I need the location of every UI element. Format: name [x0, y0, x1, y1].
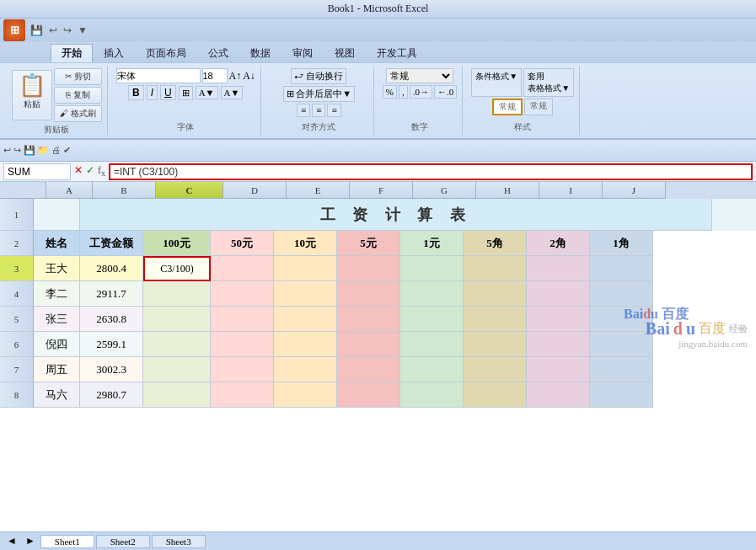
cell-i8[interactable]: [527, 382, 590, 408]
cell-e8[interactable]: [274, 382, 337, 408]
cell-a1[interactable]: [34, 199, 80, 231]
cell-style-normal1[interactable]: 常规: [492, 99, 523, 115]
cancel-formula-icon[interactable]: ✕: [74, 164, 83, 178]
italic-button[interactable]: I: [147, 85, 158, 100]
cell-e4[interactable]: [274, 281, 337, 307]
cell-e6[interactable]: [274, 332, 337, 357]
formula-input[interactable]: [109, 163, 753, 180]
cell-b7[interactable]: 3002.3: [80, 357, 143, 382]
cell-h3[interactable]: [464, 256, 527, 281]
align-center-button[interactable]: ≡: [312, 104, 325, 117]
col-header-e[interactable]: E: [287, 182, 350, 199]
sheet-tab-1[interactable]: Sheet1: [40, 535, 94, 548]
percent-button[interactable]: %: [383, 85, 397, 99]
cell-b3[interactable]: 2800.4: [80, 256, 143, 281]
cell-f6[interactable]: [337, 332, 400, 357]
cell-i2[interactable]: 2角: [527, 231, 590, 256]
sheet-tab-3[interactable]: Sheet3: [152, 535, 206, 548]
cell-d6[interactable]: [211, 332, 274, 357]
col-header-j[interactable]: J: [603, 182, 666, 199]
cell-c4[interactable]: [143, 281, 211, 307]
cell-j4[interactable]: [590, 281, 653, 307]
col-header-a[interactable]: A: [46, 182, 93, 199]
col-header-c[interactable]: C: [156, 182, 223, 199]
cell-f5[interactable]: [337, 307, 400, 332]
cell-j2[interactable]: 1角: [590, 231, 653, 256]
cell-f4[interactable]: [337, 281, 400, 307]
col-header-f[interactable]: F: [350, 182, 413, 199]
number-format-select[interactable]: 常规: [386, 68, 453, 83]
cell-d2[interactable]: 50元: [211, 231, 274, 256]
fill-color-button[interactable]: A▼: [196, 86, 218, 99]
cell-d8[interactable]: [211, 382, 274, 408]
cell-i4[interactable]: [527, 281, 590, 307]
cell-g2[interactable]: 1元: [400, 231, 464, 256]
cell-a8[interactable]: 马六: [34, 382, 80, 408]
format-painter-button[interactable]: 🖌 格式刷: [54, 105, 102, 122]
font-name-input[interactable]: [116, 68, 201, 83]
decrease-decimal-btn[interactable]: ←.0: [434, 85, 457, 99]
col-header-g[interactable]: G: [413, 182, 476, 199]
cell-a3[interactable]: 王大: [34, 256, 80, 281]
confirm-formula-icon[interactable]: ✓: [86, 164, 94, 178]
cell-a7[interactable]: 周五: [34, 357, 80, 382]
align-left-button[interactable]: ≡: [297, 104, 310, 117]
toolbar-item[interactable]: ↩ ↪ 💾 📁 🖨 ✔: [3, 145, 71, 156]
cell-g3[interactable]: [400, 256, 464, 281]
cell-b6[interactable]: 2599.1: [80, 332, 143, 357]
more-qa-btn[interactable]: ▼: [76, 24, 89, 38]
cell-e7[interactable]: [274, 357, 337, 382]
cell-a2[interactable]: 姓名: [34, 231, 80, 256]
paste-button[interactable]: 📋 粘贴: [12, 70, 52, 120]
cell-f2[interactable]: 5元: [337, 231, 400, 256]
cell-j5[interactable]: [590, 307, 653, 332]
cell-i7[interactable]: [527, 357, 590, 382]
tab-review[interactable]: 审阅: [281, 44, 324, 62]
name-box[interactable]: [3, 163, 71, 180]
cell-g8[interactable]: [400, 382, 464, 408]
tab-data[interactable]: 数据: [239, 44, 281, 62]
tab-insert[interactable]: 插入: [93, 44, 135, 62]
font-color-button[interactable]: A▼: [221, 86, 244, 99]
save-qa-btn[interactable]: 💾: [29, 24, 45, 38]
increase-decimal-btn[interactable]: .0→: [410, 85, 432, 99]
cell-h7[interactable]: [464, 357, 527, 382]
insert-function-icon[interactable]: fx: [98, 164, 105, 178]
cell-a6[interactable]: 倪四: [34, 332, 80, 357]
cell-c7[interactable]: [143, 357, 211, 382]
cut-button[interactable]: ✂ 剪切: [54, 68, 102, 85]
col-header-h[interactable]: H: [476, 182, 539, 199]
wrap-text-button[interactable]: ⮐ 自动换行: [291, 68, 346, 84]
col-header-d[interactable]: D: [223, 182, 287, 199]
cell-f3[interactable]: [337, 256, 400, 281]
tab-pagelayout[interactable]: 页面布局: [135, 44, 197, 62]
cell-d5[interactable]: [211, 307, 274, 332]
sheet-nav-right[interactable]: ►: [22, 534, 39, 548]
underline-button[interactable]: U: [160, 85, 176, 100]
tab-home[interactable]: 开始: [51, 44, 93, 62]
sheet-tab-2[interactable]: Sheet2: [96, 535, 150, 548]
merge-center-button[interactable]: ⊞ 合并后居中▼: [283, 86, 356, 102]
cell-e2[interactable]: 10元: [274, 231, 337, 256]
cell-f7[interactable]: [337, 357, 400, 382]
border-button[interactable]: ⊞: [179, 86, 193, 100]
tab-developer[interactable]: 开发工具: [366, 44, 428, 62]
cell-e3[interactable]: [274, 256, 337, 281]
col-header-b[interactable]: B: [93, 182, 156, 199]
cell-b2[interactable]: 工资金额: [80, 231, 143, 256]
align-right-button[interactable]: ≡: [327, 104, 340, 117]
cell-j3[interactable]: [590, 256, 653, 281]
cell-c5[interactable]: [143, 307, 211, 332]
cell-i3[interactable]: [527, 256, 590, 281]
cell-b8[interactable]: 2980.7: [80, 382, 143, 408]
cell-j6[interactable]: [590, 332, 653, 357]
tab-view[interactable]: 视图: [324, 44, 366, 62]
cell-h8[interactable]: [464, 382, 527, 408]
cell-j8[interactable]: [590, 382, 653, 408]
title-cell[interactable]: 工 资 计 算 表: [80, 199, 712, 231]
cell-g4[interactable]: [400, 281, 464, 307]
cell-c3-active[interactable]: C3/100): [143, 256, 211, 281]
col-header-i[interactable]: I: [539, 182, 603, 199]
cell-c6[interactable]: [143, 332, 211, 357]
cell-c8[interactable]: [143, 382, 211, 408]
